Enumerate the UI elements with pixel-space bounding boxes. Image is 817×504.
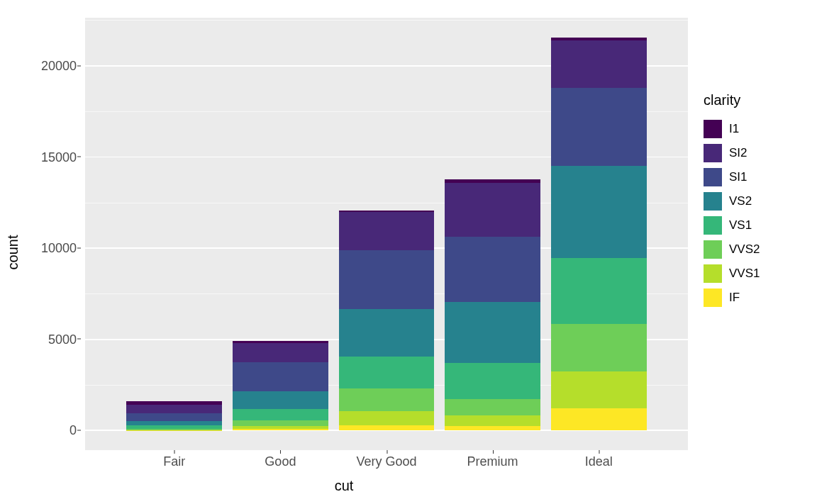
bar-segment [551,408,647,430]
bar-segment [339,425,435,430]
x-tick-label: Fair [163,454,185,469]
bar-segment [445,426,540,430]
legend-label: VVS1 [729,267,760,281]
legend-label: VVS2 [729,242,760,257]
bar-segment [233,420,328,425]
bar-segment [233,343,328,363]
legend-swatch [704,168,722,186]
legend-item: VS1 [704,213,810,237]
bar-segment [551,324,647,371]
bar-segment [339,250,435,309]
legend-swatch [704,192,722,211]
plot-panel [85,18,688,450]
legend-swatch [704,120,722,138]
bar-group [551,38,647,430]
legend-label: I1 [729,122,739,136]
legend-label: VS1 [729,218,752,233]
bar-segment [445,415,540,427]
legend-swatch [704,289,722,307]
bar-segment [339,411,435,425]
bar-segment [551,166,647,258]
bar-segment [126,421,222,426]
y-tick-label: 20000 [6,59,77,74]
y-tick-label: 10000 [6,241,77,256]
bar-segment [445,363,540,399]
bars-layer [85,18,688,450]
bar-segment [233,362,328,391]
bar-segment [551,88,647,166]
x-tick-label: Ideal [585,454,613,469]
legend-item: VVS1 [704,262,810,286]
legend-item: I1 [704,117,810,141]
bar-segment [445,302,540,363]
bar-segment [233,391,328,409]
bar-segment [445,237,540,302]
legend-label: VS2 [729,194,752,208]
legend-label: SI1 [729,170,747,184]
bar-segment [551,40,647,88]
legend-title: clarity [704,92,810,108]
chart-container: count cut 05000100001500020000 FairGoodV… [0,0,817,504]
bar-segment [339,309,435,357]
x-tick-label: Premium [467,454,518,469]
bar-segment [126,405,222,413]
bar-group [445,179,540,430]
bar-segment [233,429,328,430]
bar-segment [339,212,435,250]
legend-swatch [704,144,722,162]
y-tick-label: 5000 [6,332,77,347]
legend-item: SI1 [704,165,810,189]
bar-group [339,211,435,431]
legend-item: VS2 [704,189,810,213]
legend-item: VVS2 [704,237,810,262]
bar-group [233,341,328,430]
legend-label: SI2 [729,146,747,160]
bar-segment [445,183,540,237]
y-tick-label: 0 [6,423,77,438]
legend-label: IF [729,291,740,305]
x-axis-ticks: FairGoodVery GoodPremiumIdeal [85,450,688,478]
bar-segment [126,413,222,420]
bar-segment [339,357,435,389]
bar-segment [233,409,328,421]
x-tick-label: Very Good [356,454,416,469]
legend-swatch [704,264,722,283]
legend-swatch [704,216,722,235]
y-tick-label: 15000 [6,150,77,164]
x-axis-title: cut [335,478,354,494]
bar-segment [551,371,647,409]
bar-segment [339,388,435,411]
bar-group [126,401,222,430]
legend-item: IF [704,286,810,310]
bar-segment [551,258,647,323]
legend-item: SI2 [704,141,810,165]
bar-segment [445,399,540,415]
legend: clarity I1SI2SI1VS2VS1VVS2VVS1IF [704,92,810,310]
legend-swatch [704,240,722,259]
y-axis-ticks: 05000100001500020000 [0,18,84,450]
x-tick-label: Good [265,454,296,469]
